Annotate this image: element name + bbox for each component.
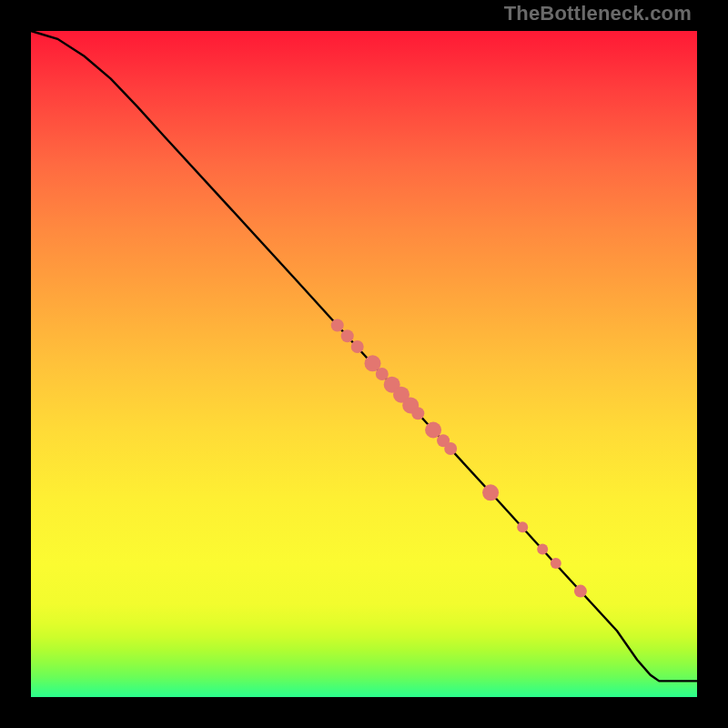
data-point (425, 422, 441, 439)
data-point (517, 521, 528, 532)
data-curve (31, 31, 697, 681)
plot-area (31, 31, 697, 697)
data-point (482, 484, 499, 500)
data-point (574, 585, 587, 598)
data-point (341, 329, 354, 342)
data-point (537, 544, 548, 555)
data-point (444, 442, 457, 455)
watermark-text: TheBottleneck.com (504, 2, 692, 25)
chart-svg (31, 31, 697, 697)
data-point (376, 368, 389, 380)
data-point (411, 407, 424, 420)
data-point (351, 340, 364, 353)
data-point (331, 319, 344, 332)
data-point (551, 558, 561, 569)
chart-frame: TheBottleneck.com (0, 0, 728, 728)
